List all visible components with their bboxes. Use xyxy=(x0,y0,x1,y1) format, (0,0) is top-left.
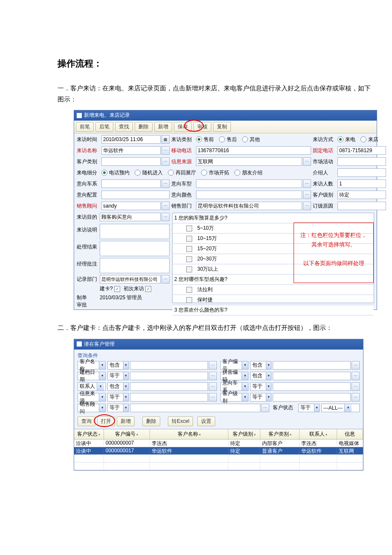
btn-copy[interactable]: 复制 xyxy=(213,122,231,132)
combo-field[interactable]: 等于▼ xyxy=(107,372,129,380)
chevron-down-icon[interactable]: ▼ xyxy=(123,393,128,401)
combo-field[interactable]: 等于▼ xyxy=(298,404,320,412)
dropdown-icon[interactable]: ⋯ xyxy=(161,179,170,188)
btn-audit[interactable]: 审核 xyxy=(193,122,211,132)
field-result[interactable] xyxy=(100,241,170,256)
chevron-down-icon[interactable]: ▼ xyxy=(266,393,271,401)
chevron-down-icon[interactable]: ▼ xyxy=(344,404,352,412)
chevron-down-icon[interactable]: ▼ xyxy=(242,372,248,380)
checkbox-icon[interactable] xyxy=(186,236,192,242)
query-value-input[interactable] xyxy=(273,361,351,370)
field-sales-consult[interactable]: sandy xyxy=(101,202,161,210)
chevron-down-icon[interactable]: ▼ xyxy=(266,383,271,390)
radio-presale[interactable] xyxy=(196,136,202,142)
radio-reserve[interactable] xyxy=(101,170,107,176)
field-cust-type[interactable] xyxy=(101,157,161,166)
field-record-dept[interactable]: 昆明华远软件科技有限公司 xyxy=(100,275,161,283)
radio-return[interactable] xyxy=(168,170,174,176)
query-value-input[interactable] xyxy=(130,404,260,412)
field-fixed-tel[interactable]: 0871-7158129 xyxy=(337,146,386,155)
dropdown-icon[interactable]: ⋯ xyxy=(303,157,311,166)
dropdown-icon[interactable]: ⋯ xyxy=(303,179,311,188)
chevron-down-icon[interactable]: ▼ xyxy=(266,372,271,380)
radio-call[interactable] xyxy=(337,136,343,142)
field-referrer[interactable] xyxy=(337,168,386,177)
btn-delete[interactable]: 删除 xyxy=(142,416,160,426)
query-value-input[interactable] xyxy=(130,372,208,380)
lookup-icon[interactable]: ⋯ xyxy=(352,393,360,402)
checkbox-icon[interactable] xyxy=(186,287,192,293)
radio-other[interactable] xyxy=(242,136,248,142)
lookup-icon[interactable]: ⋯ xyxy=(209,372,217,380)
radio-random[interactable] xyxy=(135,170,141,176)
combo-field[interactable]: 等于▼ xyxy=(107,404,129,412)
field-visit-note[interactable] xyxy=(100,224,170,239)
radio-aftersale[interactable] xyxy=(219,136,225,142)
dropdown-icon[interactable]: ⋯ xyxy=(161,202,170,210)
btn-search[interactable]: 查找 xyxy=(115,122,133,132)
checkbox-icon[interactable] xyxy=(186,266,192,272)
field-mgr-remark[interactable] xyxy=(100,258,170,273)
chevron-down-icon[interactable]: ▼ xyxy=(123,361,128,369)
lookup-icon[interactable]: ⋯ xyxy=(352,382,360,391)
lookup-icon[interactable]: ⋯ xyxy=(352,361,360,370)
combo-field[interactable]: 包含▼ xyxy=(107,361,129,370)
chevron-down-icon[interactable]: ▼ xyxy=(242,361,248,369)
field-visit-count[interactable]: 1 xyxy=(337,179,386,188)
lookup-icon[interactable]: ⋯ xyxy=(261,404,269,412)
btn-save[interactable]: 保存 xyxy=(174,122,192,132)
checkbox-first-visit[interactable] xyxy=(145,286,151,292)
field-mobile[interactable]: 13678770816 xyxy=(196,146,311,155)
btn-prev[interactable]: 前笔 xyxy=(76,122,94,132)
query-value-input[interactable] xyxy=(273,372,351,380)
btn-open[interactable]: 打开 xyxy=(97,416,115,426)
combo-field[interactable]: ---ALL---▼ xyxy=(321,404,360,412)
chevron-down-icon[interactable]: ▼ xyxy=(99,393,105,401)
dropdown-icon[interactable]: ⋯ xyxy=(303,191,311,199)
col-level[interactable]: 客户级别▴ xyxy=(228,429,260,439)
btn-excel[interactable]: 转Excel xyxy=(168,416,193,426)
lookup-icon[interactable]: ⋯ xyxy=(209,361,217,370)
checkbox-icon[interactable] xyxy=(186,256,192,262)
btn-new[interactable]: 新增 xyxy=(154,122,172,132)
field-cust-level[interactable]: 待定 xyxy=(337,191,386,199)
field-visit-name[interactable]: 华远软件 xyxy=(101,146,161,155)
col-no[interactable]: 客户编号▴ xyxy=(104,429,150,439)
combo-field[interactable]: 包含▼ xyxy=(250,361,271,370)
chevron-down-icon[interactable]: ▼ xyxy=(242,393,248,401)
combo-field[interactable]: 客户编号▼ xyxy=(220,361,248,370)
btn-next[interactable]: 后笔 xyxy=(95,122,113,132)
dropdown-icon[interactable]: ⋯ xyxy=(161,146,170,155)
chevron-down-icon[interactable]: ▼ xyxy=(97,383,104,390)
field-info-src[interactable]: 互联网 xyxy=(196,157,302,166)
chevron-down-icon[interactable]: ▼ xyxy=(242,383,248,390)
combo-field[interactable]: 客户名称▼ xyxy=(78,361,106,370)
field-mkt-act[interactable] xyxy=(337,157,386,166)
field-intent-model[interactable] xyxy=(196,179,302,188)
btn-setting[interactable]: 设置 xyxy=(197,416,215,426)
table-row[interactable]: 洽谈中0000000007李连杰待定内部客户李连杰电视媒体 xyxy=(74,439,363,447)
field-intent-config[interactable] xyxy=(101,191,170,199)
combo-field[interactable]: 等于▼ xyxy=(250,393,271,402)
lookup-icon[interactable]: ⋯ xyxy=(209,382,217,391)
combo-field[interactable]: 意向车系▼ xyxy=(220,382,248,391)
query-value-input[interactable] xyxy=(273,393,351,402)
checkbox-make-card[interactable] xyxy=(114,286,120,292)
query-value-input[interactable] xyxy=(273,382,351,391)
chevron-down-icon[interactable]: ▼ xyxy=(99,404,105,412)
combo-field[interactable]: 销售顾问▼ xyxy=(78,404,106,412)
chevron-down-icon[interactable]: ▼ xyxy=(266,361,271,369)
radio-friend[interactable] xyxy=(234,170,240,176)
col-info[interactable]: 信息 xyxy=(337,429,363,439)
btn-query[interactable]: 查询 xyxy=(78,416,95,426)
combo-field[interactable]: 等于▼ xyxy=(107,393,129,402)
dropdown-icon[interactable]: ⋯ xyxy=(161,213,170,221)
btn-delete[interactable]: 删除 xyxy=(135,122,153,132)
col-status[interactable]: 客户状态▴ xyxy=(74,429,104,439)
combo-field[interactable]: 拼音编码▼ xyxy=(220,372,248,380)
checkbox-icon[interactable] xyxy=(186,246,192,252)
chevron-down-icon[interactable]: ▼ xyxy=(99,372,105,380)
combo-field[interactable]: 包含▼ xyxy=(107,382,129,391)
chevron-down-icon[interactable]: ▼ xyxy=(123,404,128,412)
combo-field[interactable]: 建档日期▼ xyxy=(78,372,106,380)
